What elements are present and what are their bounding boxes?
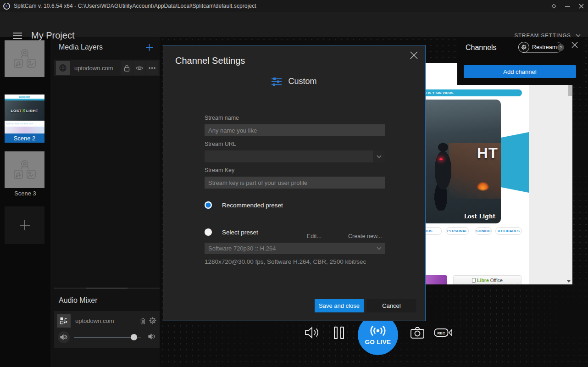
document-icon <box>472 278 476 283</box>
restream-gear-icon <box>518 42 529 53</box>
stream-name-input[interactable] <box>205 124 385 136</box>
recommended-preset-label: Recommended preset <box>222 202 283 209</box>
layer-name: uptodown.com <box>74 65 120 72</box>
stream-name-label: Stream name <box>205 115 239 121</box>
stream-url-label: Stream URL <box>205 141 236 147</box>
help-icon[interactable]: ? <box>557 44 564 51</box>
plus-icon <box>19 219 31 231</box>
splitcam-window: SplitCam v. 10.6.54 x64 - C:\Users\WDAGU… <box>0 0 588 367</box>
stream-url-value <box>205 150 373 162</box>
modal-close-icon[interactable] <box>410 51 418 61</box>
scene2-site-label: uptodown <box>19 95 30 98</box>
recommended-preset-option[interactable]: Recommended preset <box>205 201 283 209</box>
scene2-hero-text-left: LOST <box>11 109 22 113</box>
chevron-down-icon[interactable] <box>373 150 385 162</box>
select-preset-option[interactable]: Select preset <box>205 228 258 236</box>
gear-icon[interactable] <box>148 317 158 324</box>
scene-3-label[interactable]: Scene 3 <box>0 190 50 197</box>
minimize-icon[interactable] <box>560 0 574 12</box>
hero-caption: Lost Light <box>464 213 495 220</box>
mute-icon[interactable] <box>58 331 70 343</box>
category-chip[interactable]: UTILIDADES <box>495 227 522 235</box>
add-channel-button[interactable]: Add channel <box>464 65 576 78</box>
media-panel: Media Layers uptodown.com ••• <box>50 37 160 367</box>
sliders-icon <box>272 77 282 86</box>
media-panel-scrollbar[interactable] <box>54 288 160 289</box>
cancel-button[interactable]: Cancel <box>366 299 416 312</box>
hero-title-fragment: HT <box>477 145 498 162</box>
stream-settings-label: STREAM SETTINGS <box>514 33 571 38</box>
media-placeholder-icon <box>13 48 37 69</box>
add-scene-button[interactable] <box>5 206 44 244</box>
fire-glow <box>477 182 489 190</box>
volume-icon <box>148 333 156 342</box>
close-icon[interactable] <box>574 0 588 12</box>
stream-key-label: Stream Key <box>205 167 234 173</box>
titlebar: SplitCam v. 10.6.54 x64 - C:\Users\WDAGU… <box>0 0 588 12</box>
media-placeholder-icon <box>13 159 37 180</box>
window-title: SplitCam v. 10.6.54 x64 - C:\Users\WDAGU… <box>14 3 256 9</box>
volume-slider[interactable] <box>74 337 141 338</box>
audio-mixer-channel: uptodown.com <box>54 311 160 348</box>
more-options-icon[interactable]: ••• <box>146 61 158 75</box>
save-and-close-button[interactable]: Save and close <box>315 299 364 312</box>
select-preset-label: Select preset <box>222 229 258 236</box>
media-layers-title: Media Layers <box>59 43 103 51</box>
scroll-down-arrow-icon[interactable] <box>567 280 571 283</box>
scene2-hero-text-right: LIGHT <box>26 109 39 113</box>
audio-mixer-title: Audio Mixer <box>59 296 97 305</box>
mixer-channel-name: uptodown.com <box>75 317 138 324</box>
snapshot-camera-icon[interactable] <box>410 326 425 341</box>
header: My Project STREAM SETTINGS <box>0 12 588 37</box>
channels-close-icon[interactable] <box>571 42 578 50</box>
speaker-icon[interactable] <box>305 326 320 341</box>
project-title: My Project <box>31 30 74 41</box>
media-layer-row[interactable]: uptodown.com ••• <box>54 60 160 76</box>
preset-combobox[interactable]: Software 720p30 :: H.264 <box>205 243 385 254</box>
rec-label: REC <box>438 331 445 335</box>
category-chip[interactable]: SONIDO <box>475 227 492 235</box>
teal-ribbon <box>501 132 529 193</box>
broadcast-icon <box>368 324 388 337</box>
channel-type-row: Custom <box>163 77 425 86</box>
channel-settings-modal: Channel Settings Custom Stream name Stre… <box>163 45 426 321</box>
scene2-hero-x: X <box>22 108 25 113</box>
stream-url-combobox[interactable] <box>205 150 385 162</box>
create-new-preset-link[interactable]: Create new... <box>348 233 382 239</box>
eye-icon[interactable] <box>133 61 145 75</box>
restream-button[interactable]: Restream <box>518 42 562 53</box>
radio-selected-icon[interactable] <box>205 201 212 209</box>
chevron-down-icon[interactable] <box>373 243 385 254</box>
stream-settings-dropdown[interactable]: STREAM SETTINGS <box>514 33 581 38</box>
scene-2-label-selected[interactable]: Scene 2 <box>5 133 44 143</box>
preset-value: Software 720p30 :: H.264 <box>205 243 373 254</box>
scene-1-thumbnail[interactable] <box>5 40 44 77</box>
volume-fill <box>74 337 134 338</box>
scene-2-thumbnail[interactable]: uptodown LOST X LIGHT <box>5 95 44 133</box>
splitcam-logo-icon <box>3 3 10 10</box>
radio-unselected-icon[interactable] <box>205 228 212 236</box>
pin-icon[interactable] <box>547 0 560 12</box>
edit-preset-link[interactable]: Edit... <box>307 233 322 239</box>
stream-key-input[interactable] <box>205 177 385 189</box>
libreoffice-label-green: Libre <box>477 278 489 283</box>
scenes-rail: Scene 1 uptodown LOST X LIGHT Scene 2 Sc… <box>0 37 50 367</box>
volume-handle[interactable] <box>131 334 137 340</box>
soldier-figure <box>429 142 457 211</box>
menu-icon[interactable] <box>13 33 22 41</box>
chevron-down-icon <box>576 34 581 37</box>
go-live-label: GO LIVE <box>365 339 391 345</box>
libreoffice-card: LibreOffice <box>453 275 521 284</box>
category-chip[interactable]: PERSONAL <box>446 227 469 235</box>
lock-icon[interactable] <box>121 61 133 75</box>
modal-title: Channel Settings <box>175 56 245 66</box>
preview-scrollbar[interactable] <box>568 84 572 96</box>
channels-title: Channels <box>466 44 497 52</box>
libreoffice-label-dark: Office <box>490 278 503 283</box>
pause-icon[interactable] <box>334 327 344 339</box>
scene-3-thumbnail[interactable] <box>5 151 44 188</box>
trash-icon[interactable] <box>138 317 148 324</box>
add-layer-plus-icon[interactable] <box>145 44 153 51</box>
rec-icon[interactable]: REC <box>434 327 453 340</box>
media-source-icon <box>57 314 71 328</box>
